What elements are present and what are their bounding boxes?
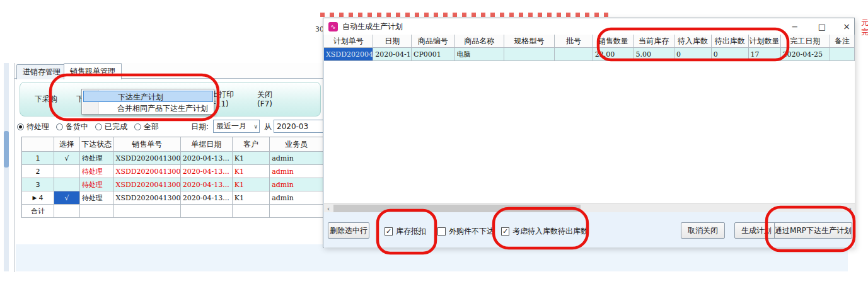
date-range-combobox[interactable]: 最近一月 ∨ [213, 120, 260, 133]
radio-preparing-circle[interactable] [56, 123, 63, 130]
product-name-cell[interactable]: 电脑 [455, 48, 504, 61]
header-pending-inbound[interactable]: 待入库数 [674, 35, 712, 48]
checkbox-checked-icon[interactable]: ✓ [385, 227, 393, 236]
checkbox-unchecked-icon[interactable] [437, 227, 446, 236]
horizontal-scrollbar[interactable]: ‹ › [324, 203, 855, 212]
doc-date-cell[interactable]: 2020-04-13... [181, 152, 233, 165]
maximize-button[interactable]: □ [811, 18, 833, 35]
current-stock-cell[interactable]: 5.00 [634, 48, 674, 61]
radio-pending[interactable]: 待处理 [17, 122, 49, 132]
header-current-stock[interactable]: 当前库存 [634, 35, 674, 48]
radio-all-circle[interactable] [134, 123, 141, 130]
product-code-cell[interactable]: CP0001 [412, 48, 455, 61]
radio-pending-circle[interactable] [17, 123, 24, 130]
status-cell[interactable]: 待处理 [80, 178, 114, 191]
order-no-cell[interactable]: XSDD202004130003 [114, 178, 181, 191]
spec-cell[interactable] [504, 48, 555, 61]
menu-item-merge-same-product-issue-plan[interactable]: 合并相同产品下达生产计划 [83, 103, 213, 114]
doc-date-cell[interactable]: 2020-04-13... [181, 165, 233, 178]
finish-date-cell[interactable]: 2020-04-25 [781, 48, 830, 61]
select-cell[interactable]: √ [54, 152, 80, 165]
customer-cell[interactable]: K1 [233, 178, 270, 191]
header-select[interactable]: 选择 [54, 137, 80, 152]
header-pending-outbound[interactable]: 待出库数 [712, 35, 749, 48]
clerk-cell[interactable]: admin [270, 152, 323, 165]
menu-item-issue-production-plan[interactable]: 下达生产计划 [83, 91, 213, 102]
select-cell[interactable] [54, 165, 80, 178]
table-row-current[interactable]: ▶ 4 √ 待处理 XSDD202004130004 2020-04-13...… [22, 191, 323, 205]
date-cell[interactable]: 2020-04-1... [373, 48, 412, 61]
header-sales-qty[interactable]: 销售数量 [593, 35, 634, 48]
clerk-cell[interactable]: admin [270, 178, 323, 191]
checkbox-consider-pending-qty[interactable]: ✓ 考虑待入库数待出库数 [501, 226, 588, 237]
plan-no-cell-selected[interactable]: XSDD2020041... [324, 48, 373, 61]
select-cell[interactable] [54, 178, 80, 191]
rownum-cell[interactable]: 2 [22, 165, 54, 178]
remark-cell[interactable] [830, 48, 855, 61]
pending-inbound-cell[interactable]: 0 [674, 48, 712, 61]
header-plan-qty[interactable]: 计划数量 [749, 35, 781, 48]
order-no-cell[interactable]: XSDD202004130001 [114, 152, 181, 165]
dialog-titlebar[interactable]: ∿ 自动生成生产计划 − □ × [323, 18, 854, 35]
header-product-name[interactable]: 商品名称 [455, 35, 504, 48]
from-date-input[interactable]: 2020-03 [274, 120, 330, 133]
tab-inventory-management[interactable]: 进销存管理 [16, 64, 67, 79]
generate-plan-button[interactable]: 生成计划 [734, 222, 778, 239]
customer-cell[interactable]: K1 [233, 152, 270, 165]
scroll-right-arrow-icon[interactable]: › [846, 204, 855, 213]
rownum-cell[interactable]: ▶ 4 [22, 191, 54, 205]
sales-qty-cell[interactable]: 22.00 [593, 48, 634, 61]
header-clerk[interactable]: 业务员 [270, 137, 323, 152]
scrollbar-thumb[interactable] [333, 205, 581, 212]
delete-selected-row-button[interactable]: 删除选中行 [328, 222, 369, 239]
doc-date-cell[interactable]: 2020-04-13... [181, 191, 233, 205]
radio-preparing[interactable]: 备货中 [56, 122, 88, 132]
table-row[interactable]: 2 待处理 XSDD202004130002 2020-04-13... K1 … [22, 165, 323, 178]
header-date[interactable]: 日期 [373, 35, 412, 48]
plan-table-row[interactable]: XSDD2020041... 2020-04-1... CP0001 电脑 22… [324, 48, 855, 61]
doc-date-cell[interactable]: 2020-04-13... [181, 178, 233, 191]
header-rownum[interactable] [22, 137, 54, 152]
customer-cell[interactable]: K1 [233, 191, 270, 205]
checkbox-checked-icon[interactable]: ✓ [501, 227, 509, 236]
minimize-button[interactable]: − [784, 18, 806, 35]
cancel-close-button[interactable]: 取消关闭 [681, 222, 725, 239]
pending-outbound-cell[interactable]: 0 [712, 48, 749, 61]
checkbox-stock-deduction[interactable]: ✓ 库存抵扣 [385, 226, 426, 237]
header-batch[interactable]: 批号 [555, 35, 593, 48]
order-no-cell[interactable]: XSDD202004130004 [114, 191, 181, 205]
radio-all[interactable]: 全部 [134, 122, 159, 132]
order-no-cell[interactable]: XSDD202004130002 [114, 165, 181, 178]
header-order-no[interactable]: 销售单号 [114, 137, 181, 152]
checkbox-outsourced-not-issued[interactable]: 外购件不下达 [437, 226, 494, 237]
header-spec[interactable]: 规格型号 [504, 35, 555, 48]
table-row[interactable]: 1 √ 待处理 XSDD202004130001 2020-04-13... K… [22, 152, 323, 165]
header-product-code[interactable]: 商品编号 [412, 35, 455, 48]
rownum-cell[interactable]: 1 [22, 152, 54, 165]
radio-completed[interactable]: 已完成 [95, 122, 127, 132]
batch-cell[interactable] [555, 48, 593, 61]
status-cell[interactable]: 待处理 [80, 165, 114, 178]
header-customer[interactable]: 客户 [233, 137, 270, 152]
clerk-cell[interactable]: admin [270, 165, 323, 178]
header-doc-date[interactable]: 单据日期 [181, 137, 233, 152]
header-issue-status[interactable]: 下达状态 [80, 137, 114, 152]
mrp-issue-plan-button[interactable]: 通过MRP下达生产计划 [774, 222, 852, 239]
status-cell[interactable]: 待处理 [80, 152, 114, 165]
clerk-cell[interactable]: admin [270, 191, 323, 205]
select-cell-selected[interactable]: √ [54, 191, 80, 205]
place-purchase-button[interactable]: 下采购 [26, 82, 66, 116]
header-finish-date[interactable]: 完工日期 [781, 35, 830, 48]
close-button[interactable]: × [836, 18, 857, 35]
header-remark[interactable]: 备注 [830, 35, 855, 48]
header-plan-no[interactable]: 计划单号 [324, 35, 373, 48]
customer-cell[interactable]: K1 [233, 165, 270, 178]
scroll-left-arrow-icon[interactable]: ‹ [324, 204, 333, 213]
status-cell[interactable]: 待处理 [80, 191, 114, 205]
close-tab-button[interactable]: 关闭 (F7) [250, 82, 280, 116]
left-scrollbar-thumb[interactable] [4, 131, 9, 168]
tab-sales-order-tracking[interactable]: 销售跟单管理 [64, 63, 122, 79]
rownum-cell[interactable]: 3 [22, 178, 54, 191]
radio-completed-circle[interactable] [95, 123, 102, 130]
plan-qty-cell[interactable]: 17 [749, 48, 781, 61]
